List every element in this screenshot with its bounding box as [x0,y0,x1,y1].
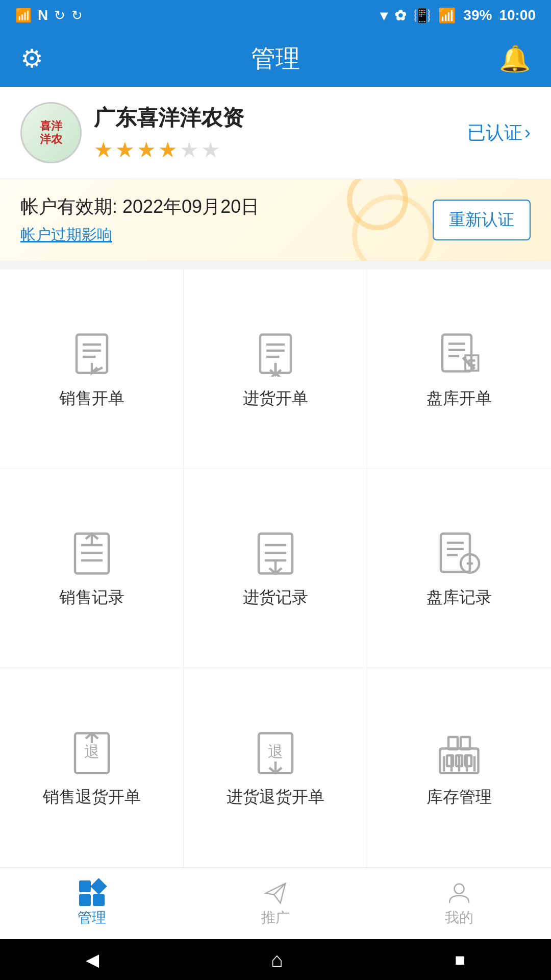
menu-item-stock-manage[interactable]: 库存管理 [367,668,551,868]
menu-item-sale-return[interactable]: 退 销售退货开单 [0,668,184,868]
sync-icon2: ↻ [71,8,83,23]
svg-rect-48 [465,755,471,766]
svg-rect-46 [447,755,453,766]
settings-button[interactable]: ⚙ [20,44,43,74]
vibrate-icon: 📳 [413,7,431,24]
inventory-record-label: 盘库记录 [427,586,492,609]
battery-label: 39% [463,7,492,23]
svg-point-51 [454,884,464,893]
android-nav: ◀ ⌂ ■ [0,939,551,980]
sale-open-label: 销售开单 [59,387,124,410]
expiry-date: 帐户有效期: 2022年09月20日 [20,194,259,219]
purchase-return-icon: 退 [250,727,301,778]
store-name: 广东喜洋洋农资 [94,104,244,132]
star-4: ★ [158,137,178,162]
status-bar: 📶 N ↻ ↻ ▾ ✿ 📳 📶 39% 10:00 [0,0,551,31]
status-icons-left: 📶 N ↻ ↻ [15,7,83,23]
purchase-return-label: 进货退货开单 [227,786,324,808]
nav-promote-label: 推广 [261,908,290,927]
star-3: ★ [137,137,156,162]
menu-item-sale-record[interactable]: 销售记录 [0,469,184,669]
expiry-influence-link[interactable]: 帐户过期影响 [20,225,259,246]
wifi-icon: 📶 [15,8,32,23]
location-icon: ▾ [380,7,387,24]
bluetooth-icon: ✿ [394,7,406,24]
nav-mine[interactable]: 我的 [367,868,551,939]
sale-open-icon [66,328,117,379]
svg-rect-25 [441,534,470,572]
sale-record-label: 销售记录 [59,586,124,609]
menu-item-inventory-record[interactable]: 盘库记录 [367,469,551,669]
inventory-open-icon [434,328,485,379]
n-icon: N [38,7,48,23]
nav-manage[interactable]: 管理 [0,868,184,939]
avatar: 喜洋洋农 [20,102,82,163]
expiry-banner: 帐户有效期: 2022年09月20日 帐户过期影响 重新认证 [0,179,551,261]
purchase-open-label: 进货开单 [243,387,308,410]
inventory-record-icon [434,527,485,578]
sale-record-icon [66,527,117,578]
time-label: 10:00 [499,7,536,23]
menu-grid: 销售开单 进货开单 [0,270,551,868]
notification-button[interactable]: 🔔 [499,44,531,74]
nav-promote[interactable]: 推广 [184,868,367,939]
certified-arrow: › [524,122,531,143]
purchase-open-icon [250,328,301,379]
recertify-button[interactable]: 重新认证 [433,200,531,240]
inventory-open-label: 盘库开单 [427,387,492,410]
android-recent-button[interactable]: ■ [455,950,465,970]
profile-card: 喜洋洋农 广东喜洋洋农资 ★ ★ ★ ★ ★ ★ 已认证 › [0,87,551,179]
sale-return-icon: 退 [66,727,117,778]
menu-item-inventory-open[interactable]: 盘库开单 [367,270,551,469]
svg-text:退: 退 [268,743,283,760]
star-2: ★ [115,137,135,162]
bottom-nav: 管理 推广 我的 [0,868,551,939]
menu-item-sale-open[interactable]: 销售开单 [0,270,184,469]
wifi-icon2: 📶 [438,7,456,24]
stock-manage-icon [434,727,485,778]
certified-label: 已认证 [467,120,522,145]
sync-icon1: ↻ [54,8,65,23]
stock-manage-label: 库存管理 [427,786,492,808]
star-6: ★ [201,137,220,162]
svg-text:退: 退 [84,743,99,760]
menu-item-purchase-open[interactable]: 进货开单 [184,270,367,469]
nav-mine-label: 我的 [445,908,473,927]
page-title: 管理 [251,42,300,75]
star-5: ★ [180,137,199,162]
android-home-button[interactable]: ⌂ [271,948,283,971]
rating-stars: ★ ★ ★ ★ ★ ★ [94,137,244,162]
star-1: ★ [94,137,113,162]
profile-left: 喜洋洋农 广东喜洋洋农资 ★ ★ ★ ★ ★ ★ [20,102,244,163]
expiry-text-block: 帐户有效期: 2022年09月20日 帐户过期影响 [20,194,259,246]
menu-item-purchase-return[interactable]: 退 进货退货开单 [184,668,367,868]
certified-link[interactable]: 已认证 › [467,120,531,145]
nav-manage-label: 管理 [78,908,106,927]
sale-return-label: 销售退货开单 [43,786,141,808]
purchase-record-icon [250,527,301,578]
android-back-button[interactable]: ◀ [86,949,99,970]
purchase-record-label: 进货记录 [243,586,308,609]
header: ⚙ 管理 🔔 [0,31,551,87]
status-icons-right: ▾ ✿ 📳 📶 39% 10:00 [380,7,536,24]
svg-rect-9 [442,334,471,371]
store-info: 广东喜洋洋农资 ★ ★ ★ ★ ★ ★ [94,104,244,162]
menu-item-purchase-record[interactable]: 进货记录 [184,469,367,669]
